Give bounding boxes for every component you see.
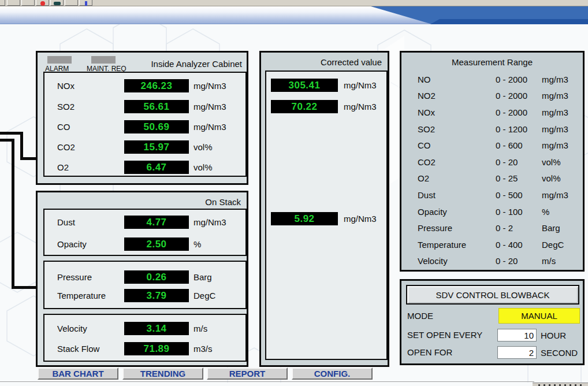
toolbar-button-record[interactable] bbox=[36, 0, 49, 6]
range-value: 0 - 20 bbox=[496, 157, 542, 167]
open-for-input[interactable]: 2 bbox=[497, 346, 537, 359]
toolbar-button-1[interactable] bbox=[0, 0, 5, 6]
set-open-every-label: SET OPEN EVERY bbox=[407, 330, 482, 340]
corrected-dust-display: 5.92 bbox=[271, 212, 338, 225]
on-stack-panel: On Stack Dust 4.77 mg/Nm3 Opacity 2.50 %… bbox=[36, 191, 248, 367]
reading-value-display: 0.26 bbox=[124, 270, 189, 284]
reading-unit: m/s bbox=[193, 322, 207, 335]
open-for-label: OPEN FOR bbox=[407, 347, 452, 357]
measurement-range-table: NO0 - 2000mg/m3 NO20 - 2000mg/m3 NOx0 - … bbox=[418, 71, 579, 269]
corrected-value-panel: Corrected value 305.41 mg/Nm3 70.22 mg/N… bbox=[259, 51, 389, 367]
range-label: CO bbox=[418, 140, 496, 150]
set-open-every-input[interactable]: 10 bbox=[497, 329, 537, 342]
range-row: Pressure0 - 2Barg bbox=[418, 220, 579, 236]
range-unit: vol% bbox=[542, 173, 579, 183]
wire-b-horizontal-2 bbox=[12, 286, 36, 289]
on-stack-group-3: Velocity 3.14 m/s Stack Flow 71.89 m3/s bbox=[43, 314, 247, 362]
info-icon bbox=[85, 1, 87, 6]
reading-unit: vol% bbox=[193, 161, 213, 174]
range-value: 0 - 500 bbox=[496, 190, 542, 200]
range-value: 0 - 100 bbox=[496, 207, 542, 217]
window-toolbar bbox=[0, 0, 588, 6]
corrected-so2-display: 70.22 bbox=[271, 100, 338, 113]
range-unit: m/s bbox=[542, 256, 579, 266]
hmi-screen: ALARM MAINT. REQ Inside Analyzer Cabinet… bbox=[0, 0, 588, 386]
range-label: SO2 bbox=[418, 124, 496, 134]
toolbar-button-2[interactable] bbox=[7, 0, 20, 6]
range-unit: Barg bbox=[542, 223, 579, 233]
reading-label: Stack Flow bbox=[57, 342, 99, 355]
report-button[interactable]: REPORT bbox=[207, 368, 288, 380]
range-label: O2 bbox=[418, 173, 496, 183]
reading-value-display: 71.89 bbox=[124, 342, 189, 355]
reading-unit: mg/Nm3 bbox=[193, 120, 226, 133]
range-unit: DegC bbox=[542, 240, 579, 250]
toolbar-button-screen[interactable] bbox=[50, 0, 64, 6]
range-value: 0 - 2000 bbox=[496, 107, 542, 117]
reading-label: Pressure bbox=[57, 270, 92, 284]
measurement-range-title: Measurement Range bbox=[401, 57, 583, 67]
reading-label: O2 bbox=[57, 161, 69, 174]
reading-value-display: 56.61 bbox=[124, 100, 189, 113]
reading-label: CO2 bbox=[57, 140, 75, 154]
reading-value-display: 6.47 bbox=[124, 161, 189, 174]
maint-req-indicator bbox=[91, 56, 116, 64]
corrected-nox-unit: mg/Nm3 bbox=[344, 79, 377, 92]
wire-b-vertical bbox=[12, 139, 14, 289]
reading-unit: mg/Nm3 bbox=[193, 100, 226, 113]
range-unit: mg/m3 bbox=[542, 75, 579, 84]
toolbar-button-4[interactable] bbox=[65, 0, 78, 6]
range-unit: mg/m3 bbox=[542, 107, 579, 117]
range-label: NO bbox=[418, 75, 496, 84]
reading-unit: % bbox=[193, 237, 201, 251]
reading-unit: DegC bbox=[193, 289, 215, 302]
set-open-every-unit: HOUR bbox=[541, 329, 566, 342]
reading-value-display: 2.50 bbox=[124, 237, 189, 251]
range-row: Dust0 - 500mg/m3 bbox=[418, 187, 579, 203]
range-unit: mg/m3 bbox=[542, 91, 579, 101]
reading-value-display: 15.97 bbox=[124, 140, 189, 154]
range-row: Temperature0 - 400DegC bbox=[418, 236, 579, 253]
mode-value-box[interactable]: MANUAL bbox=[498, 308, 580, 324]
reading-label: NOx bbox=[57, 79, 75, 92]
config-button[interactable]: CONFIG. bbox=[292, 368, 373, 380]
sdv-control-blowback-button[interactable]: SDV CONTROL BLOWBACK bbox=[406, 285, 579, 305]
reading-label: Dust bbox=[57, 216, 75, 229]
corrected-dust-unit: mg/Nm3 bbox=[344, 212, 377, 225]
range-label: Temperature bbox=[418, 240, 496, 250]
on-stack-title: On Stack bbox=[205, 197, 241, 207]
wire-a-horizontal-1 bbox=[0, 132, 23, 135]
range-value: 0 - 600 bbox=[496, 140, 542, 150]
range-row: SO20 - 1200mg/m3 bbox=[418, 121, 579, 138]
analyzer-cabinet-title: Inside Analyzer Cabinet bbox=[151, 59, 242, 69]
range-value: 0 - 20 bbox=[496, 256, 542, 266]
wire-a-horizontal-2 bbox=[20, 157, 36, 160]
wire-a-vertical bbox=[20, 132, 23, 160]
alarm-indicator bbox=[47, 56, 72, 64]
range-value: 0 - 2 bbox=[496, 223, 542, 233]
sdv-control-panel: SDV CONTROL BLOWBACK MODE MANUAL SET OPE… bbox=[400, 279, 585, 365]
range-label: CO2 bbox=[418, 157, 496, 167]
trending-button[interactable]: TRENDING bbox=[122, 368, 203, 380]
analyzer-cabinet-panel: ALARM MAINT. REQ Inside Analyzer Cabinet… bbox=[36, 51, 248, 185]
toolbar-button-info[interactable] bbox=[79, 0, 92, 6]
toolbar-button-3[interactable] bbox=[21, 0, 35, 6]
record-icon bbox=[40, 1, 45, 6]
open-for-unit: SECOND bbox=[541, 347, 578, 359]
reading-unit: m3/s bbox=[193, 342, 213, 355]
on-stack-group-2: Pressure 0.26 Barg Temperature 3.79 DegC bbox=[43, 261, 247, 309]
range-label: NO2 bbox=[418, 91, 496, 101]
range-unit: mg/m3 bbox=[542, 140, 579, 150]
range-unit: % bbox=[542, 207, 579, 217]
reading-label: CO bbox=[57, 120, 70, 133]
reading-unit: vol% bbox=[193, 140, 213, 154]
range-unit: mg/m3 bbox=[542, 124, 579, 134]
range-row: CO20 - 20vol% bbox=[418, 154, 579, 170]
range-value: 0 - 25 bbox=[496, 173, 542, 183]
corrected-value-title: Corrected value bbox=[321, 57, 382, 67]
reading-label: Velocity bbox=[57, 322, 87, 335]
screen-icon bbox=[54, 2, 61, 5]
reading-unit: mg/Nm3 bbox=[193, 79, 226, 92]
bar-chart-button[interactable]: BAR CHART bbox=[38, 368, 118, 380]
range-label: Pressure bbox=[418, 223, 496, 233]
